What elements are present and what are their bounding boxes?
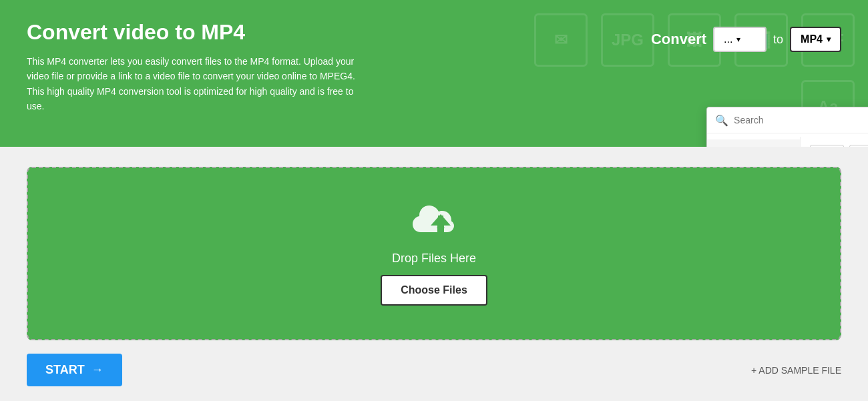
convert-label: Convert <box>651 31 706 48</box>
add-sample-link[interactable]: + ADD SAMPLE FILE <box>751 365 841 376</box>
bg-icon-email: ✉ <box>534 13 588 67</box>
target-chevron-icon: ▾ <box>827 35 831 44</box>
drop-files-text: Drop Files Here <box>392 252 476 266</box>
start-arrow-icon: → <box>91 363 103 377</box>
source-format-value: ... <box>724 33 732 45</box>
format-3gp[interactable]: 3GP <box>849 145 868 147</box>
upload-area[interactable]: Drop Files Here Choose Files <box>27 167 841 340</box>
to-label: to <box>773 33 783 47</box>
format-3g2[interactable]: 3G2 <box>810 145 844 147</box>
category-label-archive: Archive <box>719 145 753 147</box>
dropdown-body: Archive Audio Cad Device Document <box>707 137 868 147</box>
category-item-archive[interactable]: Archive <box>707 139 800 147</box>
format-grid: 3G2 3GP AVI FLV MKV MOV MP4 MPG OGV WEBM… <box>801 137 868 147</box>
target-format-value: MP4 <box>801 33 823 45</box>
main-content: Drop Files Here Choose Files START → + A… <box>0 147 868 401</box>
page-description: This MP4 converter lets you easily conve… <box>27 54 361 114</box>
category-list: Archive Audio Cad Device Document <box>707 137 801 147</box>
cloud-upload-icon <box>407 202 461 242</box>
search-input[interactable] <box>734 115 868 125</box>
search-icon: 🔍 <box>715 114 728 127</box>
top-section: ✉ JPG 🖼 📊 PDF Aa Convert video to MP4 Th… <box>0 0 868 147</box>
source-chevron-icon: ▾ <box>736 35 740 44</box>
source-format-dropdown[interactable]: ... ▾ <box>713 27 767 52</box>
bg-icon-jpg: JPG <box>601 13 654 67</box>
bottom-bar: START → + ADD SAMPLE FILE <box>27 354 841 386</box>
start-button[interactable]: START → <box>27 354 122 386</box>
search-bar: 🔍 ✕ <box>707 107 868 133</box>
target-format-dropdown[interactable]: MP4 ▾ <box>790 27 841 52</box>
format-dropdown-panel: 🔍 ✕ Archive Audio Cad <box>706 107 868 147</box>
converter-bar: Convert ... ▾ 🔍 ✕ Archive <box>651 27 841 52</box>
start-label: START <box>45 363 85 377</box>
choose-files-button[interactable]: Choose Files <box>381 275 487 306</box>
